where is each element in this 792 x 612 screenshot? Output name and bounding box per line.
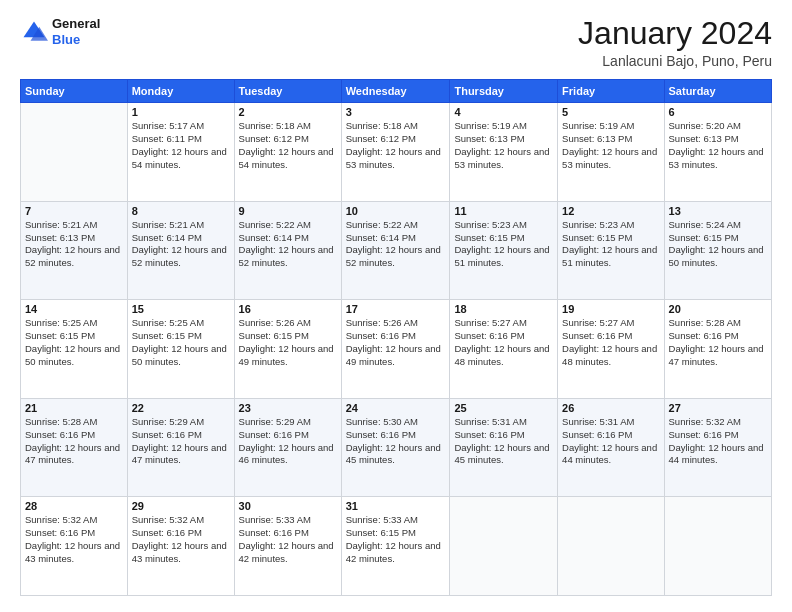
day-info: Sunrise: 5:26 AM Sunset: 6:15 PM Dayligh… — [239, 317, 337, 368]
calendar-page: General Blue January 2024 Lanlacuni Bajo… — [0, 0, 792, 612]
day-header-sunday: Sunday — [21, 80, 128, 103]
calendar-cell: 30Sunrise: 5:33 AM Sunset: 6:16 PM Dayli… — [234, 497, 341, 596]
title-block: January 2024 Lanlacuni Bajo, Puno, Peru — [578, 16, 772, 69]
calendar-cell: 24Sunrise: 5:30 AM Sunset: 6:16 PM Dayli… — [341, 398, 450, 497]
day-number: 7 — [25, 205, 123, 217]
calendar-cell: 13Sunrise: 5:24 AM Sunset: 6:15 PM Dayli… — [664, 201, 771, 300]
calendar-cell: 29Sunrise: 5:32 AM Sunset: 6:16 PM Dayli… — [127, 497, 234, 596]
day-info: Sunrise: 5:32 AM Sunset: 6:16 PM Dayligh… — [669, 416, 767, 467]
day-info: Sunrise: 5:19 AM Sunset: 6:13 PM Dayligh… — [562, 120, 659, 171]
day-number: 28 — [25, 500, 123, 512]
day-info: Sunrise: 5:28 AM Sunset: 6:16 PM Dayligh… — [25, 416, 123, 467]
day-info: Sunrise: 5:21 AM Sunset: 6:14 PM Dayligh… — [132, 219, 230, 270]
calendar-cell: 2Sunrise: 5:18 AM Sunset: 6:12 PM Daylig… — [234, 103, 341, 202]
day-info: Sunrise: 5:21 AM Sunset: 6:13 PM Dayligh… — [25, 219, 123, 270]
day-info: Sunrise: 5:31 AM Sunset: 6:16 PM Dayligh… — [454, 416, 553, 467]
calendar-cell: 28Sunrise: 5:32 AM Sunset: 6:16 PM Dayli… — [21, 497, 128, 596]
calendar-cell: 6Sunrise: 5:20 AM Sunset: 6:13 PM Daylig… — [664, 103, 771, 202]
calendar-cell: 12Sunrise: 5:23 AM Sunset: 6:15 PM Dayli… — [558, 201, 664, 300]
day-number: 26 — [562, 402, 659, 414]
calendar-cell: 9Sunrise: 5:22 AM Sunset: 6:14 PM Daylig… — [234, 201, 341, 300]
day-number: 12 — [562, 205, 659, 217]
calendar-cell: 18Sunrise: 5:27 AM Sunset: 6:16 PM Dayli… — [450, 300, 558, 399]
day-number: 19 — [562, 303, 659, 315]
day-info: Sunrise: 5:22 AM Sunset: 6:14 PM Dayligh… — [346, 219, 446, 270]
day-number: 2 — [239, 106, 337, 118]
day-header-friday: Friday — [558, 80, 664, 103]
calendar-cell: 5Sunrise: 5:19 AM Sunset: 6:13 PM Daylig… — [558, 103, 664, 202]
day-info: Sunrise: 5:32 AM Sunset: 6:16 PM Dayligh… — [25, 514, 123, 565]
day-info: Sunrise: 5:27 AM Sunset: 6:16 PM Dayligh… — [562, 317, 659, 368]
day-number: 4 — [454, 106, 553, 118]
calendar-cell: 8Sunrise: 5:21 AM Sunset: 6:14 PM Daylig… — [127, 201, 234, 300]
logo: General Blue — [20, 16, 100, 47]
day-number: 17 — [346, 303, 446, 315]
calendar-cell: 25Sunrise: 5:31 AM Sunset: 6:16 PM Dayli… — [450, 398, 558, 497]
calendar-cell — [664, 497, 771, 596]
calendar-cell: 23Sunrise: 5:29 AM Sunset: 6:16 PM Dayli… — [234, 398, 341, 497]
day-info: Sunrise: 5:25 AM Sunset: 6:15 PM Dayligh… — [25, 317, 123, 368]
calendar-cell: 26Sunrise: 5:31 AM Sunset: 6:16 PM Dayli… — [558, 398, 664, 497]
logo-blue: Blue — [52, 32, 100, 48]
day-info: Sunrise: 5:20 AM Sunset: 6:13 PM Dayligh… — [669, 120, 767, 171]
day-number: 11 — [454, 205, 553, 217]
day-info: Sunrise: 5:29 AM Sunset: 6:16 PM Dayligh… — [132, 416, 230, 467]
day-number: 27 — [669, 402, 767, 414]
day-info: Sunrise: 5:29 AM Sunset: 6:16 PM Dayligh… — [239, 416, 337, 467]
calendar-cell: 14Sunrise: 5:25 AM Sunset: 6:15 PM Dayli… — [21, 300, 128, 399]
calendar-cell: 7Sunrise: 5:21 AM Sunset: 6:13 PM Daylig… — [21, 201, 128, 300]
calendar-cell: 1Sunrise: 5:17 AM Sunset: 6:11 PM Daylig… — [127, 103, 234, 202]
calendar-cell — [558, 497, 664, 596]
calendar-cell: 16Sunrise: 5:26 AM Sunset: 6:15 PM Dayli… — [234, 300, 341, 399]
day-number: 5 — [562, 106, 659, 118]
calendar-cell: 10Sunrise: 5:22 AM Sunset: 6:14 PM Dayli… — [341, 201, 450, 300]
calendar-cell: 27Sunrise: 5:32 AM Sunset: 6:16 PM Dayli… — [664, 398, 771, 497]
day-number: 24 — [346, 402, 446, 414]
day-info: Sunrise: 5:23 AM Sunset: 6:15 PM Dayligh… — [562, 219, 659, 270]
day-number: 3 — [346, 106, 446, 118]
calendar-cell: 17Sunrise: 5:26 AM Sunset: 6:16 PM Dayli… — [341, 300, 450, 399]
day-number: 18 — [454, 303, 553, 315]
day-info: Sunrise: 5:18 AM Sunset: 6:12 PM Dayligh… — [346, 120, 446, 171]
day-number: 8 — [132, 205, 230, 217]
day-number: 1 — [132, 106, 230, 118]
day-header-tuesday: Tuesday — [234, 80, 341, 103]
day-info: Sunrise: 5:33 AM Sunset: 6:16 PM Dayligh… — [239, 514, 337, 565]
day-number: 9 — [239, 205, 337, 217]
calendar-cell: 19Sunrise: 5:27 AM Sunset: 6:16 PM Dayli… — [558, 300, 664, 399]
day-info: Sunrise: 5:24 AM Sunset: 6:15 PM Dayligh… — [669, 219, 767, 270]
calendar-cell — [450, 497, 558, 596]
day-info: Sunrise: 5:28 AM Sunset: 6:16 PM Dayligh… — [669, 317, 767, 368]
day-number: 20 — [669, 303, 767, 315]
header: General Blue January 2024 Lanlacuni Bajo… — [20, 16, 772, 69]
day-header-thursday: Thursday — [450, 80, 558, 103]
calendar-table: SundayMondayTuesdayWednesdayThursdayFrid… — [20, 79, 772, 596]
calendar-cell: 3Sunrise: 5:18 AM Sunset: 6:12 PM Daylig… — [341, 103, 450, 202]
day-number: 22 — [132, 402, 230, 414]
day-number: 6 — [669, 106, 767, 118]
day-info: Sunrise: 5:18 AM Sunset: 6:12 PM Dayligh… — [239, 120, 337, 171]
day-info: Sunrise: 5:22 AM Sunset: 6:14 PM Dayligh… — [239, 219, 337, 270]
day-info: Sunrise: 5:32 AM Sunset: 6:16 PM Dayligh… — [132, 514, 230, 565]
calendar-cell: 20Sunrise: 5:28 AM Sunset: 6:16 PM Dayli… — [664, 300, 771, 399]
day-info: Sunrise: 5:23 AM Sunset: 6:15 PM Dayligh… — [454, 219, 553, 270]
day-number: 31 — [346, 500, 446, 512]
day-number: 13 — [669, 205, 767, 217]
day-header-saturday: Saturday — [664, 80, 771, 103]
day-header-monday: Monday — [127, 80, 234, 103]
day-info: Sunrise: 5:17 AM Sunset: 6:11 PM Dayligh… — [132, 120, 230, 171]
day-info: Sunrise: 5:26 AM Sunset: 6:16 PM Dayligh… — [346, 317, 446, 368]
calendar-cell: 4Sunrise: 5:19 AM Sunset: 6:13 PM Daylig… — [450, 103, 558, 202]
calendar-cell: 22Sunrise: 5:29 AM Sunset: 6:16 PM Dayli… — [127, 398, 234, 497]
day-info: Sunrise: 5:19 AM Sunset: 6:13 PM Dayligh… — [454, 120, 553, 171]
day-info: Sunrise: 5:27 AM Sunset: 6:16 PM Dayligh… — [454, 317, 553, 368]
logo-icon — [20, 18, 48, 46]
month-title: January 2024 — [578, 16, 772, 51]
day-number: 25 — [454, 402, 553, 414]
day-header-wednesday: Wednesday — [341, 80, 450, 103]
calendar-cell: 11Sunrise: 5:23 AM Sunset: 6:15 PM Dayli… — [450, 201, 558, 300]
calendar-cell: 21Sunrise: 5:28 AM Sunset: 6:16 PM Dayli… — [21, 398, 128, 497]
location: Lanlacuni Bajo, Puno, Peru — [578, 53, 772, 69]
day-number: 16 — [239, 303, 337, 315]
day-number: 30 — [239, 500, 337, 512]
